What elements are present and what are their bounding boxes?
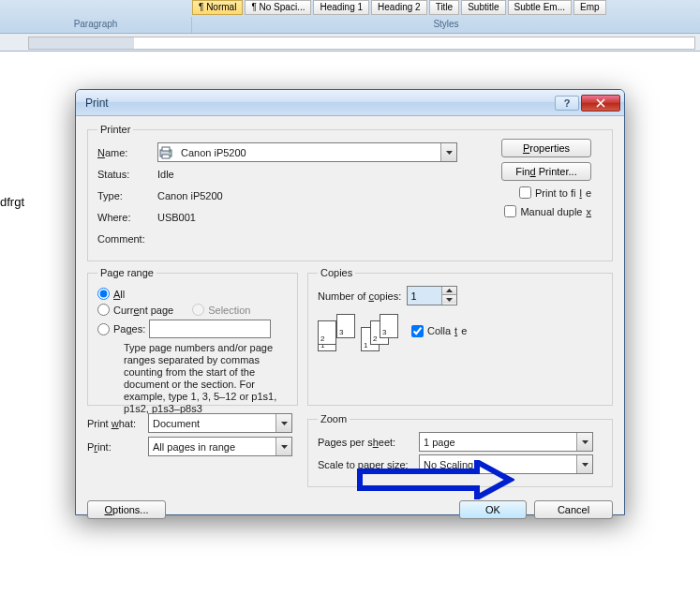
- style-heading1[interactable]: Heading 1: [313, 0, 369, 15]
- zoom-legend: Zoom: [318, 413, 350, 424]
- pps-label: Pages per sheet:: [318, 437, 419, 448]
- dropdown-arrow-icon[interactable]: [576, 455, 592, 473]
- close-button[interactable]: [581, 95, 620, 112]
- scale-dropdown[interactable]: No Scaling: [419, 454, 593, 474]
- all-radio[interactable]: All: [97, 286, 288, 302]
- svg-rect-2: [162, 155, 170, 158]
- ribbon: ¶ Normal ¶ No Spaci... Heading 1 Heading…: [0, 0, 700, 33]
- print-what-dropdown[interactable]: Document: [148, 413, 292, 433]
- dialog-titlebar[interactable]: Print ?: [76, 90, 624, 116]
- print-dropdown[interactable]: All pages in range: [148, 437, 292, 456]
- find-printer-button[interactable]: Find Printer...: [501, 162, 591, 181]
- pages-radio[interactable]: Pages:: [97, 318, 288, 340]
- copies-input[interactable]: [408, 287, 441, 305]
- status-label: Status:: [97, 169, 157, 180]
- print-what-value: Document: [149, 418, 276, 429]
- where-label: Where:: [97, 212, 157, 223]
- style-title[interactable]: Title: [429, 0, 460, 15]
- printer-name-value: Canon iP5200: [177, 147, 440, 158]
- svg-point-3: [169, 151, 171, 153]
- printer-name-dropdown[interactable]: Canon iP5200: [157, 142, 457, 162]
- document-text: dfrgt: [0, 195, 24, 209]
- spinner-up-icon[interactable]: [442, 287, 456, 295]
- type-value: Canon iP5200: [157, 190, 223, 201]
- pages-input[interactable]: [149, 320, 271, 338]
- print-to-file-checkbox[interactable]: Print to file: [519, 186, 591, 200]
- printer-icon: [158, 145, 173, 160]
- status-value: Idle: [157, 169, 174, 180]
- properties-button[interactable]: Properties: [501, 139, 591, 157]
- pages-hint: Type page numbers and/or page ranges sep…: [97, 342, 288, 415]
- style-normal[interactable]: ¶ Normal: [192, 0, 243, 15]
- style-subtitle[interactable]: Subtitle: [461, 0, 505, 15]
- print-value: All pages in range: [149, 441, 276, 453]
- copies-fieldset: Copies Number of copies:: [307, 267, 613, 406]
- printer-name-label: Name:: [97, 147, 157, 158]
- help-button[interactable]: ?: [555, 96, 579, 111]
- page-range-legend: Page range: [97, 267, 156, 278]
- dropdown-arrow-icon[interactable]: [576, 433, 592, 451]
- ruler-area: [0, 33, 700, 52]
- comment-label: Comment:: [97, 233, 157, 245]
- dropdown-arrow-icon[interactable]: [276, 438, 291, 455]
- pps-value: 1 page: [420, 437, 576, 448]
- selection-radio: Selection: [192, 302, 250, 318]
- cancel-button[interactable]: Cancel: [534, 500, 613, 519]
- ribbon-group-styles: Styles: [192, 17, 700, 33]
- style-emp[interactable]: Emp: [573, 0, 606, 15]
- pps-dropdown[interactable]: 1 page: [419, 432, 593, 452]
- dropdown-arrow-icon[interactable]: [440, 143, 456, 161]
- copies-spinner[interactable]: [407, 286, 457, 305]
- dropdown-arrow-icon[interactable]: [276, 414, 291, 432]
- dialog-title: Print: [85, 97, 553, 110]
- print-what-label: Print what:: [87, 418, 148, 429]
- where-value: USB001: [157, 212, 196, 223]
- style-heading2[interactable]: Heading 2: [371, 0, 427, 15]
- copies-legend: Copies: [318, 267, 355, 278]
- style-no-spacing[interactable]: ¶ No Spaci...: [245, 0, 311, 15]
- ok-button[interactable]: OK: [459, 500, 527, 519]
- spinner-down-icon[interactable]: [442, 295, 456, 304]
- manual-duplex-checkbox[interactable]: Manual duplex: [504, 204, 591, 218]
- ribbon-group-paragraph: Paragraph: [0, 17, 192, 33]
- options-button[interactable]: Options...: [87, 500, 166, 519]
- print-label: Print:: [87, 441, 148, 453]
- print-dialog: Print ? Printer Name: Canon iP5200 Statu…: [75, 89, 625, 515]
- ruler[interactable]: [28, 37, 695, 50]
- scale-value: No Scaling: [420, 459, 576, 470]
- svg-rect-1: [162, 147, 170, 151]
- style-gallery: ¶ Normal ¶ No Spaci... Heading 1 Heading…: [0, 0, 606, 17]
- style-subtle-em[interactable]: Subtle Em...: [508, 0, 572, 15]
- current-page-radio[interactable]: Current page: [97, 302, 173, 318]
- scale-label: Scale to paper size:: [318, 459, 419, 470]
- copies-label: Number of copies:: [318, 290, 401, 302]
- zoom-fieldset: Zoom Pages per sheet: 1 page Scale to pa…: [307, 413, 613, 487]
- printer-legend: Printer: [97, 124, 133, 135]
- page-range-fieldset: Page range All Current page Selection Pa…: [87, 267, 298, 406]
- close-icon: [596, 98, 605, 108]
- collate-checkbox[interactable]: Collate: [411, 324, 467, 338]
- type-label: Type:: [97, 190, 157, 201]
- printer-fieldset: Printer Name: Canon iP5200 Status:Idle T…: [87, 124, 613, 261]
- collate-art: 1 2 3 1 2 3: [318, 314, 402, 353]
